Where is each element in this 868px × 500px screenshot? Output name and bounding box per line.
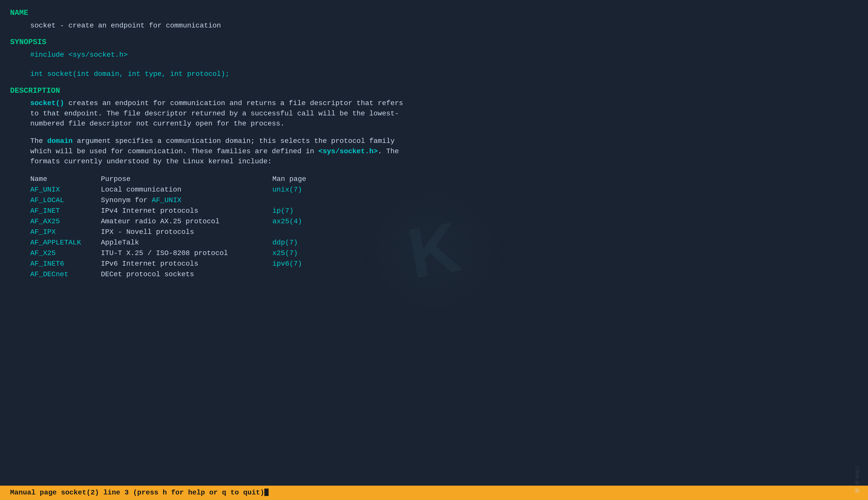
col-header-name: Name — [30, 174, 101, 184]
name-content: socket - create an endpoint for communic… — [10, 21, 858, 31]
desc-para2: The domain argument specifies a communic… — [10, 136, 858, 167]
socket-func-name: socket() — [30, 99, 64, 107]
af-appletalk-manpage: ddp(7) — [272, 237, 298, 248]
af-inet-purpose: IPv4 Internet protocols — [101, 206, 272, 216]
table-header-row: Name Purpose Man page — [30, 174, 858, 184]
table-row: AF_INET6 IPv6 Internet protocols ipv6(7) — [30, 259, 858, 269]
af-unix-ref: AF_UNIX — [152, 196, 181, 204]
name-section: NAME socket - create an endpoint for com… — [10, 8, 858, 31]
af-ipx-name: AF_IPX — [30, 227, 101, 237]
af-appletalk-purpose: AppleTalk — [101, 237, 272, 248]
af-ax25-purpose: Amateur radio AX.25 protocol — [101, 216, 272, 227]
col-header-manpage: Man page — [272, 174, 306, 184]
af-inet-name: AF_INET — [30, 206, 101, 216]
description-header: DESCRIPTION — [10, 86, 858, 96]
para2-prefix: The — [30, 137, 47, 145]
af-local-purpose: Synonym for AF_UNIX — [101, 195, 272, 206]
protocol-table: Name Purpose Man page AF_UNIX Local comm… — [10, 174, 858, 280]
desc-para1-text: creates an endpoint for communication an… — [30, 99, 403, 127]
name-text: socket - create an endpoint for communic… — [30, 22, 221, 30]
af-local-name: AF_LOCAL — [30, 195, 101, 206]
table-row: AF_APPLETALK AppleTalk ddp(7) — [30, 237, 858, 248]
col-header-purpose: Purpose — [101, 174, 272, 184]
sys-socket-header: <sys/socket.h> — [319, 147, 378, 155]
af-ax25-manpage: ax25(4) — [272, 216, 302, 227]
af-appletalk-name: AF_APPLETALK — [30, 237, 101, 248]
name-header: NAME — [10, 8, 858, 19]
af-ipx-purpose: IPX - Novell protocols — [101, 227, 272, 237]
af-inet6-name: AF_INET6 — [30, 259, 101, 269]
af-unix-manpage: unix(7) — [272, 184, 302, 195]
synopsis-signature: int socket(int domain, int type, int pro… — [10, 69, 858, 79]
table-row: AF_LOCAL Synonym for AF_UNIX — [30, 195, 858, 206]
table-row: AF_X25 ITU-T X.25 / ISO-8208 protocol x2… — [30, 248, 858, 259]
table-row: AF_IPX IPX - Novell protocols — [30, 227, 858, 237]
af-decnet-purpose: DECet protocol sockets — [101, 269, 272, 280]
status-text: Manual page socket(2) line 3 (press h fo… — [10, 489, 264, 497]
synopsis-header: SYNOPSIS — [10, 37, 858, 48]
description-section: DESCRIPTION socket() creates an endpoint… — [10, 86, 858, 280]
csdn-watermark: CSDN @爱写代码的刘子 — [854, 466, 860, 485]
synopsis-include: #include <sys/socket.h> — [10, 50, 858, 60]
table-row: AF_UNIX Local communication unix(7) — [30, 184, 858, 195]
af-inet-manpage: ip(7) — [272, 206, 293, 216]
cursor: █ — [264, 489, 269, 497]
include-text: #include <sys/socket.h> — [30, 51, 127, 59]
table-row: AF_AX25 Amateur radio AX.25 protocol ax2… — [30, 216, 858, 227]
af-decnet-name: AF_DECnet — [30, 269, 101, 280]
af-inet6-manpage: ipv6(7) — [272, 259, 302, 269]
table-row: AF_DECnet DECet protocol sockets — [30, 269, 858, 280]
desc-para1: socket() creates an endpoint for communi… — [10, 98, 858, 129]
synopsis-section: SYNOPSIS #include <sys/socket.h> int soc… — [10, 37, 858, 79]
table-row: AF_INET IPv4 Internet protocols ip(7) — [30, 206, 858, 216]
af-x25-name: AF_X25 — [30, 248, 101, 259]
af-unix-purpose: Local communication — [101, 184, 272, 195]
af-unix-name: AF_UNIX — [30, 184, 101, 195]
domain-keyword: domain — [47, 137, 73, 145]
af-x25-purpose: ITU-T X.25 / ISO-8208 protocol — [101, 248, 272, 259]
af-ax25-name: AF_AX25 — [30, 216, 101, 227]
status-bar: Manual page socket(2) line 3 (press h fo… — [0, 486, 868, 500]
signature-text: int socket(int domain, int type, int pro… — [30, 70, 230, 78]
af-x25-manpage: x25(7) — [272, 248, 298, 259]
af-inet6-purpose: IPv6 Internet protocols — [101, 259, 272, 269]
